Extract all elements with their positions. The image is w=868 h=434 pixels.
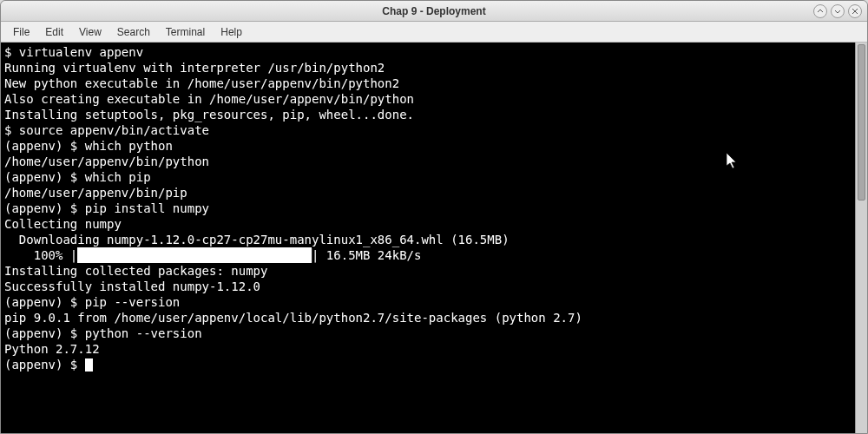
terminal-line: Downloading numpy-1.12.0-cp27-cp27mu-man… — [4, 233, 510, 247]
maximize-button[interactable] — [831, 4, 845, 18]
terminal-line: Python 2.7.12 — [4, 342, 100, 356]
terminal-line: (appenv) $ which pip — [4, 170, 151, 184]
terminal-line: $ virtualenv appenv — [4, 45, 143, 59]
titlebar[interactable]: Chap 9 - Deployment — [1, 1, 867, 22]
terminal-area: $ virtualenv appenv Running virtualenv w… — [1, 43, 867, 433]
minimize-icon — [817, 8, 824, 15]
terminal-prompt: (appenv) $ — [4, 358, 85, 372]
terminal-output[interactable]: $ virtualenv appenv Running virtualenv w… — [1, 43, 855, 433]
terminal-line: (appenv) $ pip install numpy — [4, 201, 209, 215]
terminal-line: Installing collected packages: numpy — [4, 264, 267, 278]
terminal-line: Installing setuptools, pkg_resources, pi… — [4, 108, 414, 122]
terminal-line: /home/user/appenv/bin/python — [4, 155, 209, 168]
progress-prefix: 100% | — [4, 248, 77, 262]
cursor-icon — [85, 358, 93, 372]
close-icon — [852, 8, 858, 15]
terminal-line: (appenv) $ which python — [4, 139, 173, 153]
menu-help[interactable]: Help — [214, 23, 249, 41]
menu-search[interactable]: Search — [110, 23, 157, 41]
menu-terminal[interactable]: Terminal — [159, 23, 212, 41]
window-title: Chap 9 - Deployment — [382, 5, 485, 17]
menubar: File Edit View Search Terminal Help — [1, 22, 867, 43]
window-controls — [813, 4, 862, 18]
scrollbar[interactable] — [855, 43, 867, 433]
progress-bar: ████████████████████████████████ — [77, 247, 312, 263]
terminal-line: Successfully installed numpy-1.12.0 — [4, 279, 260, 293]
terminal-line: (appenv) $ pip --version — [4, 295, 180, 309]
menu-view[interactable]: View — [72, 23, 108, 41]
maximize-icon — [834, 8, 841, 15]
menu-file[interactable]: File — [6, 23, 36, 41]
terminal-line: /home/user/appenv/bin/pip — [4, 186, 187, 200]
progress-suffix: | 16.5MB 24kB/s — [312, 248, 421, 262]
terminal-window: Chap 9 - Deployment File Edit View Searc… — [0, 0, 868, 434]
terminal-line: New python executable in /home/user/appe… — [4, 76, 399, 90]
terminal-line: Also creating executable in /home/user/a… — [4, 92, 414, 106]
terminal-line: pip 9.0.1 from /home/user/appenv/local/l… — [4, 311, 582, 325]
minimize-button[interactable] — [813, 4, 827, 18]
terminal-line: Running virtualenv with interpreter /usr… — [4, 61, 385, 75]
terminal-line: (appenv) $ python --version — [4, 326, 202, 340]
terminal-line: Collecting numpy — [4, 217, 122, 231]
terminal-line: $ source appenv/bin/activate — [4, 123, 209, 137]
close-button[interactable] — [848, 4, 862, 18]
scrollbar-thumb[interactable] — [858, 44, 865, 201]
menu-edit[interactable]: Edit — [38, 23, 70, 41]
